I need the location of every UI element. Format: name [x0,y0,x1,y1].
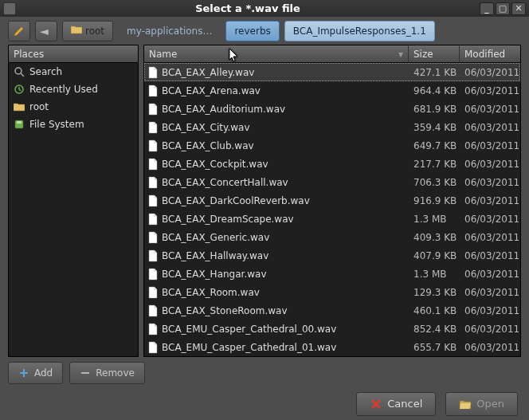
svg-point-0 [15,68,22,74]
column-name[interactable]: Name▾ [144,45,409,62]
recent-icon [14,84,25,95]
file-modified: 06/03/2011 [460,342,520,353]
file-row[interactable]: BCA_EAX_Room.wav129.3 KB06/03/2011 [144,283,520,301]
window-title: Select a *.wav file [16,2,480,14]
file-size: 1.3 MB [409,269,460,280]
breadcrumb-reverbs[interactable]: reverbs [225,21,279,41]
file-list-body[interactable]: BCA_EAX_Alley.wav427.1 KB06/03/2011BCA_E… [144,63,520,356]
breadcrumb-myapps-label: my-applications… [127,26,212,37]
file-modified: 06/03/2011 [460,232,520,243]
file-size: 409.3 KB [409,232,460,243]
file-row[interactable]: BCA_EAX_DreamScape.wav1.3 MB06/03/2011 [144,210,520,228]
file-icon [144,158,159,171]
open-label: Open [476,398,504,410]
file-row[interactable]: BCA_EAX_Hangar.wav1.3 MB06/03/2011 [144,265,520,283]
app-icon [3,2,16,15]
file-name: BCA_EAX_Room.wav [159,287,409,298]
file-icon [144,213,159,226]
toolbar: ◄ root my-applications… reverbs BCA_Impu… [0,17,529,45]
breadcrumb-bca[interactable]: BCA_ImpulseResponses_1.1 [284,21,435,41]
folder-icon [71,25,82,37]
cancel-icon [370,398,382,410]
remove-bookmark-button[interactable]: Remove [69,362,145,384]
back-button[interactable]: ◄ [35,21,57,41]
add-label: Add [34,367,53,379]
file-row[interactable]: BCA_EAX_Arena.wav964.4 KB06/03/2011 [144,81,520,100]
places-item-label: Search [29,66,62,77]
breadcrumb-reverbs-label: reverbs [234,26,270,37]
file-name: BCA_EAX_Hangar.wav [159,269,409,280]
file-row[interactable]: BCA_EMU_Casper_Cathedral_00.wav852.4 KB0… [144,320,520,338]
file-name: BCA_EAX_Cockpit.wav [159,159,409,170]
file-name: BCA_EAX_Generic.wav [159,232,409,243]
file-size: 706.3 KB [409,177,460,188]
file-row[interactable]: BCA_EAX_ConcertHall.wav706.3 KB06/03/201… [144,173,520,191]
file-size: 460.1 KB [409,305,460,316]
file-name: BCA_EAX_Hallway.wav [159,250,409,261]
places-item-label: File System [29,119,84,130]
places-item-disk[interactable]: File System [9,116,138,133]
open-button[interactable]: Open [445,392,518,416]
file-row[interactable]: BCA_EAX_Alley.wav427.1 KB06/03/2011 [144,63,520,81]
file-row[interactable]: BCA_EAX_Cockpit.wav217.7 KB06/03/2011 [144,155,520,173]
dialog-footer: Cancel Open [0,387,529,420]
file-size: 129.3 KB [409,287,460,298]
titlebar[interactable]: Select a *.wav file _ ▢ ✕ [0,0,529,17]
file-row[interactable]: BCA_EAX_City.wav359.4 KB06/03/2011 [144,118,520,136]
breadcrumb-bca-label: BCA_ImpulseResponses_1.1 [293,26,426,37]
file-modified: 06/03/2011 [460,159,520,170]
column-modified[interactable]: Modified [460,45,520,62]
file-row[interactable]: BCA_EAX_Auditorium.wav681.9 KB06/03/2011 [144,100,520,118]
file-name: BCA_EAX_ConcertHall.wav [159,177,409,188]
file-size: 916.9 KB [409,195,460,206]
file-row[interactable]: BCA_EAX_Generic.wav409.3 KB06/03/2011 [144,228,520,246]
svg-rect-4 [81,372,89,374]
remove-label: Remove [96,367,135,379]
file-icon [144,341,159,354]
file-dialog: Select a *.wav file _ ▢ ✕ ◄ root my-appl… [0,0,529,420]
minimize-button[interactable]: _ [480,2,494,15]
breadcrumb-root[interactable]: root [62,21,113,41]
file-name: BCA_EAX_Auditorium.wav [159,104,409,115]
column-size[interactable]: Size [409,45,460,62]
breadcrumb-root-label: root [85,26,104,37]
file-row[interactable]: BCA_EAX_DarkCoolReverb.wav916.9 KB06/03/… [144,191,520,210]
file-modified: 06/03/2011 [460,269,520,280]
file-modified: 06/03/2011 [460,324,520,335]
places-item-label: Recently Used [29,84,98,95]
file-list: Name▾ Size Modified BCA_EAX_Alley.wav427… [143,45,521,357]
breadcrumb-myapps[interactable]: my-applications… [118,21,221,41]
file-row[interactable]: BCA_EAX_Hallway.wav407.9 KB06/03/2011 [144,246,520,265]
file-row[interactable]: BCA_EAX_Club.wav649.7 KB06/03/2011 [144,136,520,155]
file-size: 681.9 KB [409,104,460,115]
edit-path-button[interactable] [8,21,30,41]
file-icon [144,323,159,336]
file-size: 407.9 KB [409,250,460,261]
maximize-button[interactable]: ▢ [496,2,510,15]
file-modified: 06/03/2011 [460,85,520,96]
add-bookmark-button[interactable]: Add [8,362,63,384]
file-name: BCA_EAX_City.wav [159,122,409,133]
file-icon [144,286,159,299]
file-modified: 06/03/2011 [460,287,520,298]
cancel-label: Cancel [387,398,422,410]
file-modified: 06/03/2011 [460,214,520,225]
sort-indicator-icon: ▾ [398,49,403,60]
file-row[interactable]: BCA_EMU_Casper_Cathedral_01.wav655.7 KB0… [144,338,520,356]
close-button[interactable]: ✕ [511,2,526,15]
places-item-folder[interactable]: root [9,98,138,116]
places-panel: Places SearchRecently UsedrootFile Syste… [8,45,139,357]
places-item-recent[interactable]: Recently Used [9,80,138,98]
file-icon [144,121,159,134]
file-size: 359.4 KB [409,122,460,133]
file-size: 1.3 MB [409,214,460,225]
file-list-header: Name▾ Size Modified [144,45,520,63]
file-size: 217.7 KB [409,159,460,170]
cancel-button[interactable]: Cancel [356,392,436,416]
places-item-search[interactable]: Search [9,63,138,80]
file-icon [144,176,159,189]
file-size: 964.4 KB [409,85,460,96]
file-row[interactable]: BCA_EAX_StoneRoom.wav460.1 KB06/03/2011 [144,301,520,320]
folder-icon [14,101,25,112]
file-icon [144,304,159,317]
